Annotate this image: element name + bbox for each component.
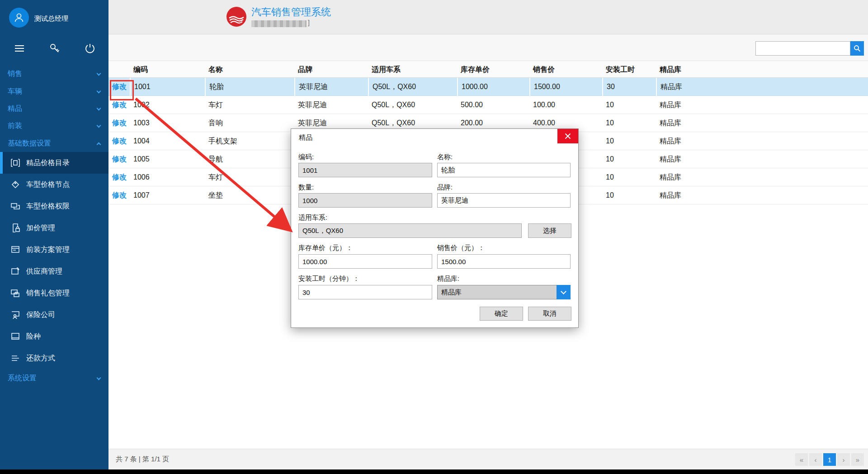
power-icon <box>84 43 96 54</box>
panel-icon <box>10 244 21 255</box>
sidebar-item-label: 精品价格目录 <box>26 158 70 168</box>
list-icon <box>10 353 21 364</box>
sale-price-label: 销售价（元）： <box>437 244 485 252</box>
sidebar-item-保险公司[interactable]: 保险公司 <box>0 304 108 326</box>
sidebar-group-精品[interactable]: 精品 <box>0 100 108 117</box>
group-label: 销售 <box>8 70 22 77</box>
column-header-编码: 编码 <box>130 61 205 78</box>
sale-price-field[interactable] <box>437 254 571 269</box>
table-cell: 轮胎 <box>205 78 294 96</box>
sidebar-item-车型价格节点[interactable]: 车型价格节点 <box>0 174 108 195</box>
store-select[interactable]: 精品库 <box>437 285 571 299</box>
store-label: 精品库: <box>437 275 459 283</box>
tag-icon <box>10 179 21 190</box>
sidebar-group-系统设置[interactable]: 系统设置 <box>0 370 108 387</box>
edit-link[interactable]: 修改 <box>108 132 130 150</box>
table-cell: 10 <box>602 132 656 150</box>
table-cell: 精品库 <box>656 132 868 150</box>
table-cell: 导航 <box>205 150 294 168</box>
column-header-库存单价: 库存单价 <box>457 61 529 78</box>
stock-price-field[interactable] <box>298 254 432 269</box>
sidebar-item-label: 保险公司 <box>26 310 55 320</box>
search-icon <box>854 45 861 52</box>
table-cell: 1001 <box>130 78 205 96</box>
table-cell: 500.00 <box>457 96 529 114</box>
first-page-button[interactable]: « <box>795 453 808 466</box>
table-cell: Q50L，QX60 <box>368 78 457 96</box>
name-field[interactable] <box>437 163 571 177</box>
record-summary: 共 7 条 | 第 1/1 页 <box>116 455 169 464</box>
table-row[interactable]: 修改1002车灯英菲尼迪Q50L，QX60500.00100.0010精品库 <box>108 96 868 114</box>
brand-field[interactable] <box>437 193 571 208</box>
code-label: 编码: <box>298 153 314 161</box>
table-cell: 1007 <box>130 186 205 204</box>
close-icon <box>565 133 571 139</box>
name-label: 名称: <box>437 153 453 161</box>
dialog-close-button[interactable] <box>557 129 578 143</box>
gift-icon <box>10 288 21 299</box>
ok-button[interactable]: 确定 <box>480 307 523 321</box>
sidebar-item-车型价格权限[interactable]: 车型价格权限 <box>0 195 108 217</box>
table-cell: 精品库 <box>656 78 868 96</box>
table-header-row: 编码名称品牌适用车系库存单价销售价安装工时精品库 <box>108 61 868 78</box>
search-button[interactable] <box>850 41 864 56</box>
stock-price-label: 库存单价（元）： <box>298 244 353 252</box>
dialog-title: 精品 <box>299 133 312 142</box>
logout-button[interactable] <box>84 43 96 54</box>
qty-label: 数量: <box>298 183 314 192</box>
last-page-button[interactable]: » <box>851 453 864 466</box>
series-field[interactable] <box>298 223 522 238</box>
page-button-1[interactable]: 1 <box>823 453 836 466</box>
table-cell: 1004 <box>130 132 205 150</box>
sidebar-item-前装方案管理[interactable]: 前装方案管理 <box>0 239 108 261</box>
choose-series-button[interactable]: 选择 <box>528 223 571 238</box>
chevron-down-icon <box>97 71 101 76</box>
install-time-field[interactable] <box>298 285 432 299</box>
table-cell: 1002 <box>130 96 205 114</box>
sidebar-item-加价管理[interactable]: 加价管理 <box>0 217 108 239</box>
qty-field[interactable] <box>298 193 432 208</box>
column-header-品牌: 品牌 <box>294 61 368 78</box>
code-field[interactable] <box>298 163 432 177</box>
table-cell: 精品库 <box>656 168 868 186</box>
sidebar-group-基础数据设置[interactable]: 基础数据设置 <box>0 135 108 152</box>
hamburger-icon <box>14 43 25 54</box>
table-cell: 1500.00 <box>529 78 602 96</box>
user-name: 测试总经理 <box>34 14 68 23</box>
sidebar-item-label: 车型价格节点 <box>26 180 70 190</box>
sidebar-item-精品价格目录[interactable]: 精品价格目录 <box>0 152 108 174</box>
sidebar-item-还款方式[interactable]: 还款方式 <box>0 347 108 369</box>
sidebar-item-销售礼包管理[interactable]: 销售礼包管理 <box>0 282 108 304</box>
table-cell: 1005 <box>130 150 205 168</box>
sidebar-item-label: 还款方式 <box>26 354 55 363</box>
search-input[interactable] <box>755 41 850 56</box>
group-label: 车辆 <box>8 87 22 95</box>
prev-page-button[interactable]: ‹ <box>809 453 822 466</box>
edit-link[interactable]: 修改 <box>108 114 130 132</box>
sidebar: 测试总经理 销售车辆精 <box>0 0 108 469</box>
edit-link[interactable]: 修改 <box>108 186 130 204</box>
app-header: 汽车销售管理系统 ] <box>108 0 868 34</box>
doc-signal-icon <box>10 266 21 277</box>
table-cell: 10 <box>602 150 656 168</box>
table-row[interactable]: 修改1001轮胎英菲尼迪Q50L，QX601000.001500.0030精品库 <box>108 78 868 96</box>
chevron-down-icon <box>97 89 101 94</box>
group-label: 基础数据设置 <box>8 139 51 147</box>
sidebar-group-销售[interactable]: 销售 <box>0 65 108 82</box>
taskbar-edge <box>0 469 868 474</box>
change-password-button[interactable] <box>49 43 61 54</box>
edit-link[interactable]: 修改 <box>108 150 130 168</box>
avatar[interactable] <box>9 8 29 28</box>
sidebar-group-车辆[interactable]: 车辆 <box>0 83 108 100</box>
next-page-button[interactable]: › <box>837 453 850 466</box>
group-label: 前装 <box>8 122 22 129</box>
sidebar-item-label: 车型价格权限 <box>26 202 70 211</box>
cancel-button[interactable]: 取消 <box>528 307 571 321</box>
table-cell: 30 <box>602 78 656 96</box>
sidebar-item-险种[interactable]: 险种 <box>0 326 108 347</box>
censored-subtitle <box>251 20 307 27</box>
menu-toggle-button[interactable] <box>14 43 25 54</box>
sidebar-item-供应商管理[interactable]: 供应商管理 <box>0 261 108 282</box>
edit-link[interactable]: 修改 <box>108 168 130 186</box>
sidebar-group-前装[interactable]: 前装 <box>0 117 108 134</box>
